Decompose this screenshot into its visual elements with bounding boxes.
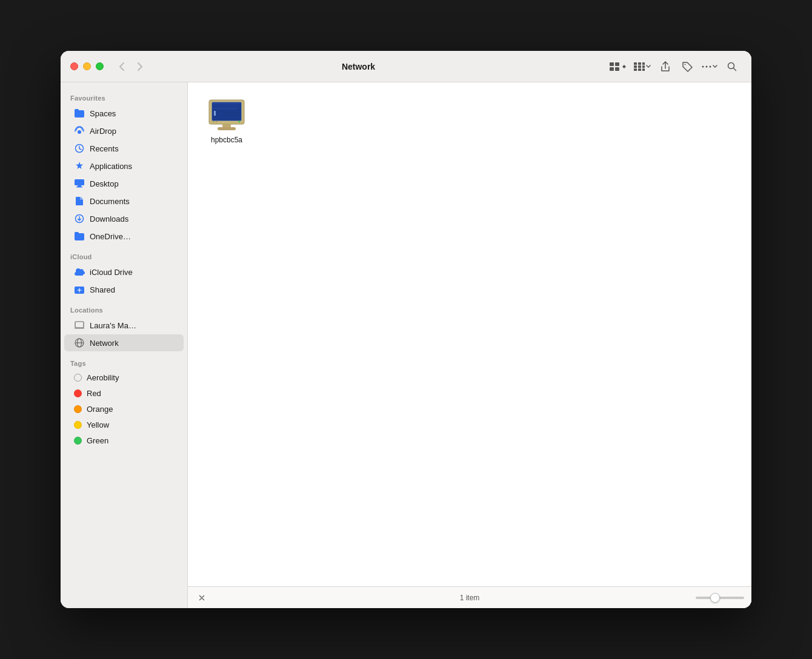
svg-rect-1 xyxy=(615,62,619,66)
applications-icon xyxy=(74,161,85,171)
sidebar-item-recents[interactable]: Recents xyxy=(64,140,184,157)
shared-icon xyxy=(74,284,85,295)
svg-rect-46 xyxy=(213,121,215,122)
favourites-label: Favourites xyxy=(61,90,187,104)
network-icon xyxy=(74,337,85,348)
window-title: Network xyxy=(110,62,607,71)
icloud-label: iCloud xyxy=(61,248,187,263)
spaces-label: Spaces xyxy=(90,109,116,118)
sidebar-item-shared[interactable]: Shared xyxy=(64,281,184,298)
svg-rect-38 xyxy=(213,105,241,105)
sidebar-item-tag-green[interactable]: Green xyxy=(64,433,184,448)
slider-thumb[interactable] xyxy=(710,593,720,603)
tag-aerobility-label: Aerobility xyxy=(87,373,119,382)
laptop-icon xyxy=(74,320,85,331)
airdrop-icon xyxy=(74,125,85,136)
file-item-hpbcbc5a[interactable]: hpbcbc5a xyxy=(202,94,251,149)
maximize-button[interactable] xyxy=(96,62,104,70)
sidebar-item-tag-aerobility[interactable]: Aerobility xyxy=(64,370,184,385)
zoom-slider[interactable] xyxy=(696,597,744,599)
svg-point-14 xyxy=(702,65,704,67)
svg-rect-3 xyxy=(615,67,619,71)
sidebar-item-spaces[interactable]: Spaces xyxy=(64,105,184,122)
svg-rect-22 xyxy=(75,179,84,185)
close-button[interactable] xyxy=(70,62,78,70)
svg-rect-12 xyxy=(642,68,645,71)
svg-rect-39 xyxy=(213,106,241,107)
svg-rect-29 xyxy=(75,322,84,328)
minimize-button[interactable] xyxy=(83,62,91,70)
sidebar-item-documents[interactable]: Documents xyxy=(64,193,184,210)
svg-rect-0 xyxy=(610,62,614,66)
svg-point-15 xyxy=(706,65,708,67)
sidebar-item-desktop[interactable]: Desktop xyxy=(64,175,184,192)
svg-rect-37 xyxy=(213,103,241,104)
downloads-label: Downloads xyxy=(90,214,128,224)
svg-rect-47 xyxy=(216,121,218,122)
tag-red-dot xyxy=(74,389,82,397)
shared-label: Shared xyxy=(90,285,115,294)
tag-button[interactable] xyxy=(677,58,697,75)
sidebar-item-tag-orange[interactable]: Orange xyxy=(64,402,184,417)
svg-point-20 xyxy=(78,130,81,134)
svg-rect-8 xyxy=(638,65,641,68)
file-grid: hpbcbc5a xyxy=(202,94,737,149)
svg-rect-6 xyxy=(642,62,645,65)
view-grid-button[interactable] xyxy=(631,58,653,75)
sidebar-item-icloud-drive[interactable]: iCloud Drive xyxy=(64,263,184,280)
slider-track[interactable] xyxy=(696,597,744,599)
sidebar-item-tag-yellow[interactable]: Yellow xyxy=(64,417,184,432)
recents-label: Recents xyxy=(90,144,119,153)
item-count: 1 item xyxy=(460,594,480,602)
svg-rect-40 xyxy=(213,107,241,108)
statusbar: 1 item xyxy=(188,586,751,608)
finder-window: Network xyxy=(61,51,751,608)
svg-rect-10 xyxy=(634,68,637,71)
file-name-hpbcbc5a: hpbcbc5a xyxy=(211,136,242,145)
tag-aerobility-dot xyxy=(74,374,82,382)
svg-rect-23 xyxy=(78,185,81,187)
svg-rect-41 xyxy=(213,108,237,109)
svg-point-13 xyxy=(685,64,686,65)
tags-label: Tags xyxy=(61,355,187,369)
tag-red-label: Red xyxy=(87,389,101,398)
svg-point-45 xyxy=(239,121,241,123)
recents-icon xyxy=(74,143,85,154)
sidebar-item-lauras-mac[interactable]: Laura's Ma… xyxy=(64,317,184,334)
icloud-drive-label: iCloud Drive xyxy=(90,268,133,277)
downloads-icon xyxy=(74,213,85,224)
svg-rect-27 xyxy=(75,232,79,235)
airdrop-label: AirDrop xyxy=(90,127,116,136)
svg-point-16 xyxy=(710,65,711,67)
file-content-area: hpbcbc5a xyxy=(188,82,751,586)
traffic-lights xyxy=(70,62,104,70)
svg-rect-9 xyxy=(642,65,645,68)
tag-green-label: Green xyxy=(87,436,108,445)
onedrive-icon xyxy=(74,231,85,242)
desktop-label: Desktop xyxy=(90,179,119,188)
sidebar-item-airdrop[interactable]: AirDrop xyxy=(64,122,184,139)
view-icon-button[interactable] xyxy=(607,58,629,75)
svg-rect-43 xyxy=(222,124,231,127)
statusbar-close-button[interactable] xyxy=(195,591,208,604)
sidebar-item-onedrive[interactable]: OneDrive… xyxy=(64,228,184,245)
sidebar-item-applications[interactable]: Applications xyxy=(64,157,184,174)
sidebar-item-network[interactable]: Network xyxy=(64,334,184,351)
search-button[interactable] xyxy=(722,58,742,75)
more-button[interactable] xyxy=(699,58,720,75)
tag-orange-label: Orange xyxy=(87,405,113,414)
main-content: Favourites Spaces xyxy=(61,82,751,608)
svg-rect-4 xyxy=(634,62,637,65)
svg-rect-11 xyxy=(638,68,641,71)
spaces-icon xyxy=(74,108,85,119)
sidebar-item-tag-red[interactable]: Red xyxy=(64,386,184,401)
sidebar-item-downloads[interactable]: Downloads xyxy=(64,210,184,227)
sidebar: Favourites Spaces xyxy=(61,82,188,608)
icloud-drive-icon xyxy=(74,267,85,277)
share-button[interactable] xyxy=(656,58,675,75)
applications-label: Applications xyxy=(90,162,132,171)
tag-yellow-dot xyxy=(74,421,82,429)
computer-icon xyxy=(207,98,246,132)
tag-orange-dot xyxy=(74,405,82,413)
desktop-icon xyxy=(74,178,85,189)
